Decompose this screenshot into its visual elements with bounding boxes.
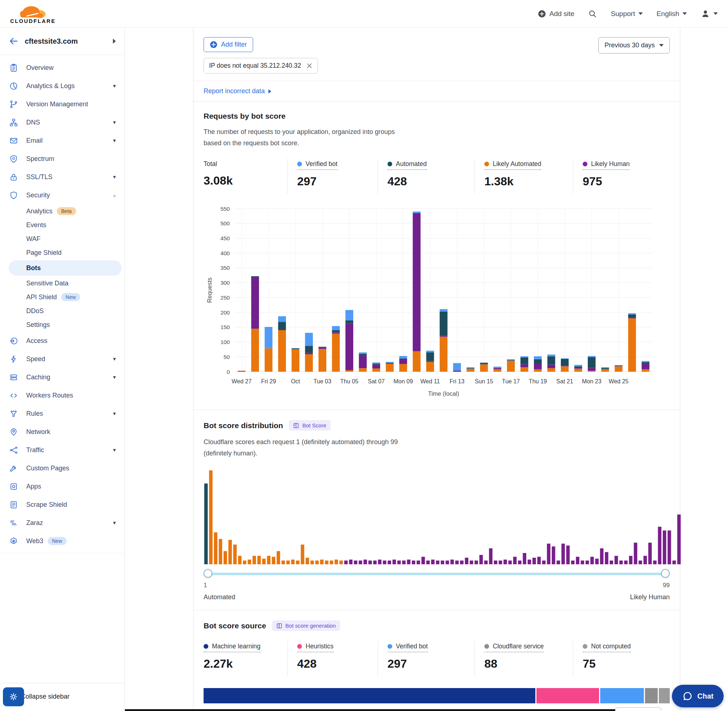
partially-visible-button[interactable] — [615, 707, 662, 711]
sidebar-item-zaraz[interactable]: Zaraz▾ — [0, 514, 124, 532]
bar-segment — [278, 316, 286, 322]
sidebar-item-scrape-shield[interactable]: Scrape Shield — [0, 496, 124, 514]
sidebar-item-label: WAF — [26, 235, 40, 243]
stat-automated: Automated428 — [378, 159, 474, 194]
stat-label-text: Not computed — [591, 643, 631, 650]
histogram-bar — [494, 561, 498, 564]
sidebar-item-email[interactable]: Email▾ — [0, 131, 124, 150]
sidebar-item-overview[interactable]: Overview — [0, 59, 124, 77]
chat-button[interactable]: Chat — [672, 685, 724, 707]
sidebar-item-label: Zaraz — [26, 519, 43, 527]
sidebar-item-version-management[interactable]: Version Management — [0, 95, 124, 113]
sidebar-item-rules[interactable]: Rules▾ — [0, 404, 124, 423]
stat-label[interactable]: Machine learning — [204, 643, 260, 652]
sidebar-item-bots[interactable]: Bots — [9, 260, 122, 276]
back-arrow-icon[interactable] — [9, 36, 18, 46]
histogram-bar — [470, 561, 473, 564]
sidebar-item-dns[interactable]: DNS▾ — [0, 113, 124, 131]
source-segment-heuristics — [536, 688, 599, 704]
dns-icon — [9, 118, 18, 127]
svg-text:Fri 29: Fri 29 — [261, 378, 276, 385]
sidebar-item-access[interactable]: Access — [0, 332, 124, 350]
histogram-bar — [243, 561, 247, 564]
bar-segment — [426, 361, 434, 362]
stat-label[interactable]: Verified bot — [387, 643, 428, 652]
sidebar-item-spectrum[interactable]: Spectrum — [0, 150, 124, 168]
account-menu[interactable] — [701, 9, 718, 19]
sidebar-item-sensitive-data[interactable]: Sensitive Data — [0, 276, 124, 290]
distribution-histogram — [204, 469, 670, 564]
sidebar-item-label: Custom Pages — [26, 465, 69, 472]
workers-icon — [9, 391, 18, 400]
histogram-bar — [431, 559, 435, 564]
chevron-right-icon[interactable] — [113, 38, 116, 44]
site-selector[interactable]: cftestsite3.com — [0, 28, 124, 55]
stat-label[interactable]: Likely Human — [583, 160, 630, 170]
sidebar-item-events[interactable]: Events — [0, 218, 124, 232]
stat-label[interactable]: Cloudflare service — [484, 643, 544, 652]
histogram-bar — [320, 559, 324, 564]
version-icon — [9, 99, 18, 109]
add-filter-button[interactable]: Add filter — [204, 37, 253, 52]
remove-filter-icon[interactable] — [306, 63, 313, 69]
histogram-bar — [393, 559, 396, 564]
stat-label[interactable]: Verified bot — [297, 160, 338, 170]
sidebar-item-network[interactable]: Network — [0, 423, 124, 441]
sidebar-item-security[interactable]: Security▴ — [0, 186, 124, 204]
sidebar-item-ddos[interactable]: DDoS — [0, 304, 124, 318]
sidebar-item-analytics-logs[interactable]: Analytics & Logs▾ — [0, 77, 124, 95]
bot-score-doc-tag[interactable]: Bot Score — [289, 420, 331, 431]
add-site-button[interactable]: Add site — [538, 10, 574, 18]
slider-track[interactable] — [207, 573, 666, 575]
date-range-dropdown[interactable]: Previous 30 days — [598, 37, 670, 53]
slider-handle-min[interactable] — [204, 569, 212, 578]
slider-handle-max[interactable] — [661, 569, 670, 578]
sidebar-item-analytics[interactable]: AnalyticsBeta — [0, 204, 124, 218]
bar-segment — [615, 366, 622, 367]
sidebar-item-page-shield[interactable]: Page Shield — [0, 246, 124, 260]
search-icon[interactable] — [588, 9, 597, 18]
sidebar-item-caching[interactable]: Caching▾ — [0, 368, 124, 386]
histogram-bar — [407, 559, 411, 564]
histogram-bar — [315, 561, 319, 564]
bar-segment — [574, 365, 582, 366]
sidebar-item-ssl-tls[interactable]: SSL/TLS▾ — [0, 168, 124, 186]
stat-label[interactable]: Heuristics — [297, 643, 334, 652]
collapse-sidebar-label[interactable]: Collapse sidebar — [21, 693, 69, 701]
histogram-bar — [233, 544, 237, 564]
filter-chip[interactable]: IP does not equal 35.212.240.32 — [204, 58, 318, 74]
report-incorrect-data-link[interactable]: Report incorrect data — [204, 87, 271, 95]
sidebar-item-custom-pages[interactable]: Custom Pages — [0, 459, 124, 477]
sidebar-item-label: Web3 — [26, 537, 43, 545]
bar-segment — [601, 369, 609, 370]
stat-label[interactable]: Not computed — [583, 643, 631, 652]
histogram-bar — [619, 561, 623, 564]
sidebar-item-waf[interactable]: WAF — [0, 232, 124, 246]
sidebar-item-api-shield[interactable]: API ShieldNew — [0, 290, 124, 304]
stat-label-text: Verified bot — [396, 643, 428, 650]
traffic-icon — [9, 445, 18, 455]
web3-icon — [9, 536, 18, 546]
bot-score-generation-doc-tag[interactable]: Bot score generation — [272, 620, 340, 631]
sidebar-item-traffic[interactable]: Traffic▾ — [0, 441, 124, 459]
sidebar-item-speed[interactable]: Speed▾ — [0, 350, 124, 368]
sidebar-item-settings[interactable]: Settings — [0, 318, 124, 332]
custom-pages-icon — [9, 463, 18, 473]
date-range-label: Previous 30 days — [604, 41, 655, 49]
bot-score-distribution-card: Bot score distribution Bot Score Cloudfl… — [193, 410, 680, 610]
cloudflare-logo[interactable]: CLOUDFLARE — [10, 4, 56, 24]
sidebar-item-apps[interactable]: Apps — [0, 477, 124, 496]
support-menu[interactable]: Support — [611, 10, 643, 18]
svg-text:450: 450 — [220, 235, 230, 241]
sidebar-item-workers-routes[interactable]: Workers Routes — [0, 386, 124, 404]
language-menu[interactable]: English — [657, 10, 687, 18]
settings-gear-button[interactable] — [3, 687, 24, 706]
stat-label[interactable]: Automated — [387, 160, 427, 170]
bar-segment — [561, 358, 569, 359]
histogram-bar — [600, 549, 604, 565]
sidebar-item-web3[interactable]: Web3New — [0, 532, 124, 550]
histogram-bar — [387, 561, 391, 564]
sidebar-item-label: DDoS — [26, 307, 44, 315]
histogram-bar — [595, 559, 599, 564]
stat-label[interactable]: Likely Automated — [484, 160, 541, 170]
